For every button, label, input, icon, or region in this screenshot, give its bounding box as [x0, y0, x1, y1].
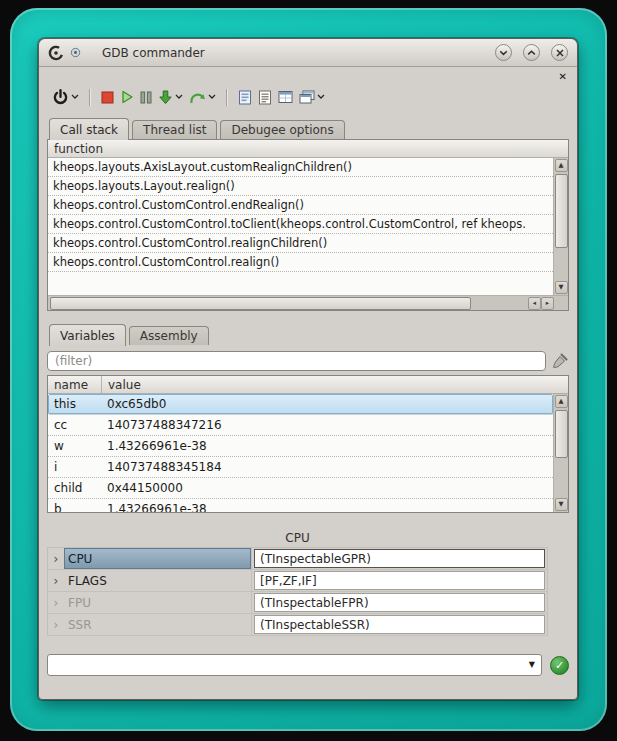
tab-variables[interactable]: Variables	[49, 324, 126, 346]
command-input[interactable]	[47, 654, 542, 676]
scroll-down-button[interactable]: ▼	[555, 281, 568, 294]
minimize-button[interactable]	[495, 44, 512, 61]
name-column-header[interactable]: name	[48, 376, 102, 393]
window-table-button[interactable]	[275, 85, 296, 109]
expand-chevron-icon[interactable]: ›	[48, 614, 64, 635]
frame-function: kheops.control.CustomControl.endRealign(…	[53, 198, 304, 212]
tab-debugee-options[interactable]: Debugee options	[220, 120, 344, 139]
power-button[interactable]	[49, 85, 82, 109]
callstack-vscrollbar[interactable]: ▲ ▼	[553, 158, 568, 295]
scrollbar-thumb[interactable]	[50, 297, 471, 310]
variables-list: this 0xc65db0 cc 140737488347216 w 1.432…	[48, 394, 553, 512]
function-column-header[interactable]: function	[48, 140, 109, 157]
variables-vscrollbar[interactable]: ▲ ▼	[553, 394, 568, 512]
tab-call-stack[interactable]: Call stack	[49, 118, 129, 140]
register-group-name[interactable]: FLAGS	[64, 570, 252, 591]
document-button[interactable]	[235, 85, 255, 109]
scrollbar-thumb[interactable]	[555, 174, 568, 248]
scrollbar-track[interactable]	[49, 297, 527, 310]
step-into-button[interactable]	[155, 85, 186, 109]
windows-stack-button[interactable]	[296, 85, 328, 109]
app-icon	[48, 45, 64, 61]
inspector-tabbar: Variables Assembly	[47, 323, 569, 345]
frame-function: kheops.control.CustomControl.toClient(kh…	[53, 217, 526, 231]
run-button[interactable]	[117, 85, 137, 109]
callstack-list: kheops.layouts.AxisLayout.customRealignC…	[48, 158, 553, 295]
callstack-row[interactable]: kheops.layouts.AxisLayout.customRealignC…	[48, 158, 553, 177]
scroll-up-icon: ▲	[559, 162, 564, 169]
tab-assembly[interactable]: Assembly	[129, 326, 209, 345]
variable-row[interactable]: cc 140737488347216	[48, 415, 553, 436]
scroll-down-button[interactable]: ▼	[555, 498, 568, 511]
maximize-button[interactable]	[523, 44, 540, 61]
command-combobox[interactable]: ▼	[47, 654, 542, 676]
scroll-up-button[interactable]: ▲	[555, 159, 568, 172]
scroll-up-button[interactable]: ▲	[555, 395, 568, 408]
debug-toolbar	[47, 83, 569, 111]
register-group-value[interactable]: [PF,ZF,IF]	[254, 571, 545, 590]
clear-filter-button[interactable]	[551, 352, 569, 370]
register-group-name[interactable]: CPU	[64, 548, 252, 569]
variable-name: cc	[48, 418, 102, 432]
titlebar[interactable]: GDB commander	[39, 39, 577, 67]
broom-icon	[551, 352, 569, 370]
variables-panel: name value this 0xc65db0 cc 140737488347…	[47, 375, 569, 513]
variable-value: 0x44150000	[102, 481, 553, 495]
variable-row[interactable]: w 1.43266961e-38	[48, 436, 553, 457]
expand-chevron-icon[interactable]: ›	[48, 592, 64, 613]
register-group-value[interactable]: (TInspectableGPR)	[254, 549, 545, 568]
register-group-name[interactable]: FPU	[64, 592, 252, 613]
callstack-row[interactable]: kheops.control.CustomControl.realignChil…	[48, 234, 553, 253]
stack-tabbar: Call stack Thread list Debugee options	[47, 117, 569, 139]
variable-value: 140737488345184	[102, 460, 553, 474]
close-button[interactable]	[551, 44, 568, 61]
frame-function: kheops.layouts.Layout.realign()	[53, 179, 235, 193]
cpu-row[interactable]: › FLAGS [PF,ZF,IF]	[48, 570, 547, 592]
expand-chevron-icon[interactable]: ›	[48, 570, 64, 591]
scroll-left-icon: ◂	[533, 300, 536, 307]
cpu-register-tree: › CPU (TInspectableGPR) › FLAGS [PF,ZF,I…	[47, 547, 548, 636]
filter-input[interactable]	[47, 351, 546, 371]
variable-row[interactable]: i 140737488345184	[48, 457, 553, 478]
value-column-header[interactable]: value	[102, 376, 147, 393]
scroll-right-button[interactable]: ▸	[541, 297, 554, 310]
dock-close-button[interactable]: ✕	[559, 72, 567, 82]
callstack-row[interactable]: kheops.control.CustomControl.realign()	[48, 253, 553, 272]
callstack-row[interactable]: kheops.layouts.Layout.realign()	[48, 177, 553, 196]
document-lines-button[interactable]	[255, 85, 275, 109]
expand-chevron-icon[interactable]: ›	[48, 548, 64, 569]
stop-button[interactable]	[98, 85, 117, 109]
register-group-value[interactable]: (TInspectableSSR)	[254, 615, 545, 634]
register-group-name[interactable]: SSR	[64, 614, 252, 635]
cpu-row[interactable]: › FPU (TInspectableFPR)	[48, 592, 547, 614]
toolbar-separator	[226, 89, 228, 106]
frame-function: kheops.control.CustomControl.realign()	[53, 255, 279, 269]
callstack-row[interactable]: kheops.control.CustomControl.toClient(kh…	[48, 215, 553, 234]
variable-name: this	[48, 397, 102, 411]
gdb-commander-window: GDB commander ✕	[38, 38, 578, 700]
scrollbar-track[interactable]	[555, 173, 568, 280]
confirm-button[interactable]: ✓	[550, 656, 569, 675]
scrollbar-track[interactable]	[555, 409, 568, 497]
desktop-frame: GDB commander ✕	[10, 8, 607, 731]
pause-button[interactable]	[137, 85, 155, 109]
cpu-row[interactable]: › SSR (TInspectableSSR)	[48, 614, 547, 636]
tab-thread-list[interactable]: Thread list	[132, 120, 217, 139]
scrollbar-thumb[interactable]	[555, 410, 568, 458]
play-icon	[120, 90, 134, 104]
callstack-row[interactable]: kheops.control.CustomControl.endRealign(…	[48, 196, 553, 215]
scroll-left-button[interactable]: ◂	[528, 297, 541, 310]
variable-value: 0xc65db0	[102, 397, 553, 411]
variable-row[interactable]: this 0xc65db0	[48, 394, 553, 415]
variable-row[interactable]: b 1.43266961e-38	[48, 499, 553, 512]
step-over-button[interactable]	[186, 85, 219, 109]
scrollbar-corner	[554, 297, 568, 310]
callstack-hscrollbar[interactable]: ◂ ▸	[48, 295, 568, 310]
register-group-value[interactable]: (TInspectableFPR)	[254, 593, 545, 612]
toolbar-separator	[89, 89, 91, 106]
callstack-header[interactable]: function	[48, 140, 568, 158]
window-menu-icon[interactable]	[70, 47, 81, 58]
combo-dropdown-icon[interactable]: ▼	[529, 661, 535, 669]
cpu-row[interactable]: › CPU (TInspectableGPR)	[48, 548, 547, 570]
variable-row[interactable]: child 0x44150000	[48, 478, 553, 499]
